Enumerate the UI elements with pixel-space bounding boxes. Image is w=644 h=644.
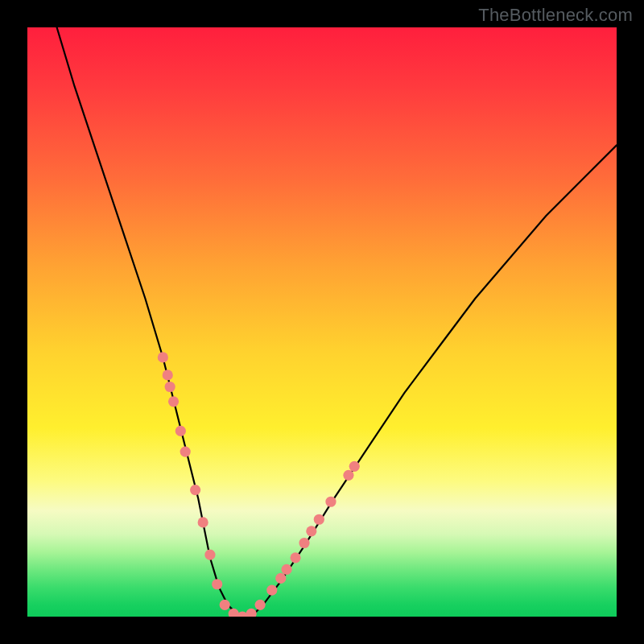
chart-frame: TheBottleneck.com — [0, 0, 644, 644]
marker-dot — [325, 497, 336, 507]
marker-group — [158, 352, 360, 617]
curve-line — [57, 27, 617, 617]
chart-svg — [27, 27, 617, 617]
marker-dot — [190, 485, 200, 495]
marker-dot — [266, 584, 277, 595]
marker-dot — [158, 352, 168, 362]
marker-dot — [198, 517, 208, 527]
marker-dot — [343, 470, 353, 481]
marker-dot — [180, 446, 191, 456]
marker-dot — [212, 579, 222, 589]
marker-dot — [165, 382, 175, 392]
marker-dot — [299, 538, 309, 548]
marker-dot — [220, 600, 230, 610]
watermark-text: TheBottleneck.com — [478, 5, 633, 26]
marker-dot — [255, 600, 266, 610]
marker-dot — [349, 461, 360, 472]
marker-dot — [204, 550, 215, 560]
marker-dot — [246, 609, 257, 617]
marker-dot — [168, 396, 179, 407]
marker-dot — [314, 514, 324, 525]
marker-dot — [175, 426, 186, 436]
marker-dot — [306, 526, 316, 536]
plot-area — [27, 27, 617, 617]
marker-dot — [290, 552, 300, 563]
marker-dot — [163, 369, 173, 380]
marker-dot — [281, 564, 291, 575]
marker-dot — [275, 573, 286, 584]
